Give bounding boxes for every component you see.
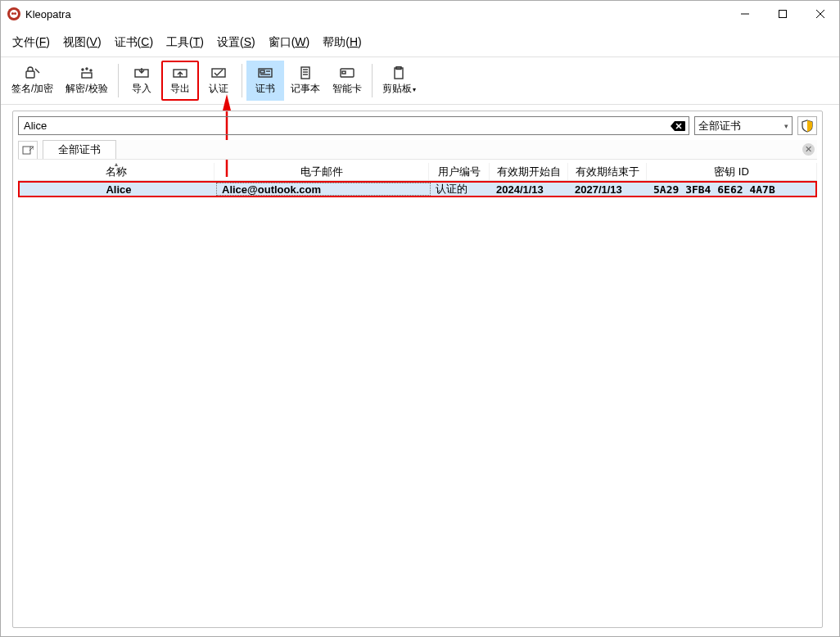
certify-icon bbox=[210, 66, 228, 80]
menu-view[interactable]: 视图(V) bbox=[56, 33, 108, 52]
cell-keyid: 5A29 3FB4 6E62 4A7B bbox=[648, 183, 815, 196]
toolbar-certificates-label: 证书 bbox=[255, 82, 275, 96]
menu-window[interactable]: 窗口(W) bbox=[262, 33, 317, 52]
tab-label: 全部证书 bbox=[58, 142, 101, 157]
menu-bar: 文件(F) 视图(V) 证书(C) 工具(T) 设置(S) 窗口(W) 帮助(H… bbox=[1, 32, 839, 53]
toolbar-notepad[interactable]: 记事本 bbox=[285, 61, 326, 101]
svg-line-5 bbox=[35, 69, 39, 73]
svg-rect-9 bbox=[82, 73, 92, 78]
smartcard-icon bbox=[338, 66, 356, 80]
notepad-icon bbox=[296, 66, 314, 80]
svg-rect-17 bbox=[301, 67, 309, 79]
table-row[interactable]: Alice Alice@outlook.com 认证的 2024/1/13 20… bbox=[18, 181, 817, 197]
title-bar: Kleopatra bbox=[1, 1, 839, 27]
menu-tools[interactable]: 工具(T) bbox=[160, 33, 210, 52]
sparkle-unlock-icon bbox=[78, 66, 96, 80]
minimize-button[interactable] bbox=[726, 1, 764, 27]
toolbar-clipboard-label: 剪贴板▾ bbox=[382, 82, 416, 96]
toolbar-export-label: 导出 bbox=[170, 82, 190, 96]
toolbar-sign-encrypt-label: 签名/加密 bbox=[11, 82, 53, 96]
menu-help[interactable]: 帮助(H) bbox=[316, 33, 368, 52]
window-title: Kleopatra bbox=[25, 8, 71, 20]
tabs-row: 全部证书 ✕ bbox=[18, 140, 817, 160]
toolbar-sign-encrypt[interactable]: 签名/加密 bbox=[6, 61, 59, 101]
column-header-keyid[interactable]: 密钥 ID bbox=[647, 163, 817, 180]
cell-userid: 认证的 bbox=[431, 183, 491, 196]
menu-certs[interactable]: 证书(C) bbox=[108, 33, 160, 52]
window-controls bbox=[726, 1, 839, 27]
cell-valid-from: 2024/1/13 bbox=[491, 183, 570, 196]
cell-valid-to: 2027/1/13 bbox=[570, 183, 648, 196]
maximize-button[interactable] bbox=[764, 1, 802, 27]
search-row: Alice 全部证书 ▾ bbox=[18, 116, 817, 135]
toolbar-certify[interactable]: 认证 bbox=[200, 61, 237, 101]
toolbar-export[interactable]: 导出 bbox=[161, 61, 199, 101]
app-icon bbox=[7, 7, 20, 20]
close-tab-button[interactable]: ✕ bbox=[799, 141, 817, 159]
column-header-name[interactable]: 名称 bbox=[18, 163, 215, 180]
column-header-userid[interactable]: 用户编号 bbox=[429, 163, 490, 180]
tab-all-certificates[interactable]: 全部证书 bbox=[43, 140, 116, 159]
toolbar-smartcard[interactable]: 智能卡 bbox=[327, 61, 368, 101]
close-button[interactable] bbox=[802, 1, 839, 27]
table-header-row: 名称 电子邮件 用户编号 有效期开始自 有效期结束于 密钥 ID bbox=[18, 163, 817, 181]
toolbar-certify-label: 认证 bbox=[209, 82, 228, 96]
svg-point-6 bbox=[82, 69, 84, 70]
toolbar-import-label: 导入 bbox=[132, 82, 151, 96]
lock-pencil-icon bbox=[24, 66, 42, 80]
certificate-filter-select[interactable]: 全部证书 ▾ bbox=[694, 116, 793, 135]
shield-icon bbox=[802, 120, 813, 133]
shield-filter-button[interactable] bbox=[797, 116, 817, 135]
svg-rect-1 bbox=[779, 11, 787, 18]
cell-email: Alice@outlook.com bbox=[216, 183, 431, 196]
svg-rect-12 bbox=[212, 69, 225, 77]
chevron-down-icon: ▾ bbox=[784, 122, 788, 130]
certificate-table: 名称 电子邮件 用户编号 有效期开始自 有效期结束于 密钥 ID Alice A… bbox=[18, 163, 817, 197]
certificate-icon bbox=[256, 66, 274, 80]
svg-point-7 bbox=[86, 68, 88, 70]
menu-file[interactable]: 文件(F) bbox=[6, 33, 56, 52]
cell-name: Alice bbox=[20, 183, 216, 196]
import-icon bbox=[133, 66, 151, 80]
toolbar-clipboard[interactable]: 剪贴板▾ bbox=[377, 61, 422, 101]
new-tab-icon bbox=[22, 145, 34, 155]
toolbar-notepad-label: 记事本 bbox=[291, 82, 320, 96]
toolbar-import[interactable]: 导入 bbox=[123, 61, 160, 101]
new-tab-button[interactable] bbox=[18, 141, 38, 159]
svg-rect-4 bbox=[26, 71, 34, 78]
svg-rect-22 bbox=[342, 71, 345, 74]
toolbar-separator bbox=[242, 64, 242, 97]
certificate-filter-label: 全部证书 bbox=[698, 119, 741, 133]
toolbar-smartcard-label: 智能卡 bbox=[332, 82, 362, 96]
svg-point-8 bbox=[90, 70, 92, 71]
svg-rect-14 bbox=[260, 70, 264, 73]
column-header-email[interactable]: 电子邮件 bbox=[215, 163, 429, 180]
close-icon: ✕ bbox=[802, 143, 815, 156]
menu-settings[interactable]: 设置(S) bbox=[210, 33, 262, 52]
column-header-valid-from[interactable]: 有效期开始自 bbox=[490, 163, 568, 180]
toolbar-separator bbox=[118, 64, 119, 97]
content-frame: Alice 全部证书 ▾ 全部证书 ✕ 名称 电子邮件 用户编号 有效 bbox=[12, 111, 823, 628]
export-icon bbox=[171, 66, 189, 80]
toolbar-certificates[interactable]: 证书 bbox=[246, 61, 284, 101]
search-input[interactable]: Alice bbox=[18, 116, 689, 135]
column-header-valid-to[interactable]: 有效期结束于 bbox=[568, 163, 647, 180]
search-value: Alice bbox=[24, 120, 671, 132]
clear-search-icon[interactable] bbox=[671, 120, 685, 132]
toolbar-decrypt-verify-label: 解密/校验 bbox=[65, 82, 107, 96]
toolbar-separator bbox=[372, 64, 373, 97]
toolbar-decrypt-verify[interactable]: 解密/校验 bbox=[60, 61, 113, 101]
clipboard-icon bbox=[390, 66, 408, 80]
toolbar: 签名/加密 解密/校验 导入 导出 认证 证书 记事本 智能卡 剪贴板▾ bbox=[1, 56, 839, 105]
svg-rect-28 bbox=[23, 147, 30, 154]
